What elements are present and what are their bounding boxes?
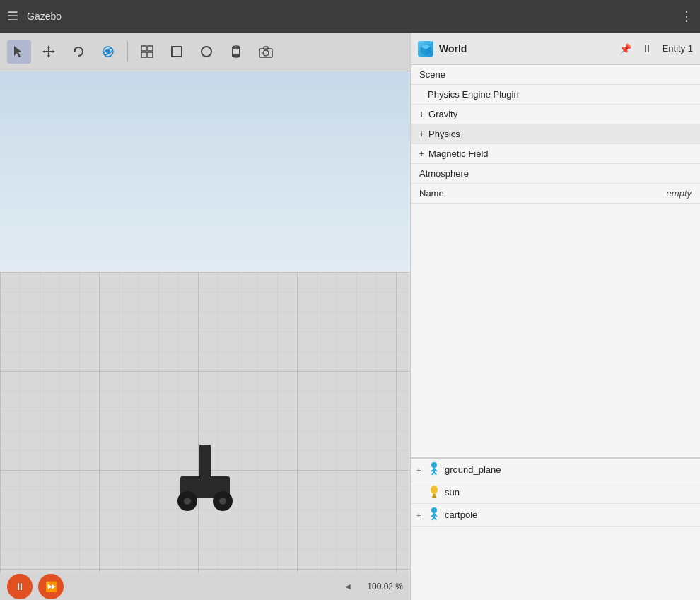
ff-icon: ⏩ — [45, 581, 57, 592]
prop-name[interactable]: Name empty — [411, 184, 700, 204]
prop-gravity[interactable]: + Gravity — [411, 105, 700, 124]
svg-marker-0 — [14, 46, 22, 57]
svg-rect-22 — [264, 47, 268, 49]
right-panel: World 📌 ⏸ Entity 1 Scene Physics Engine … — [410, 33, 700, 600]
svg-rect-13 — [141, 52, 146, 57]
svg-point-30 — [219, 498, 226, 505]
svg-point-41 — [431, 486, 438, 494]
ground-plane-icon — [428, 461, 441, 478]
tool-select[interactable] — [7, 40, 31, 64]
prop-atmosphere[interactable]: Atmosphere — [411, 164, 700, 184]
svg-rect-15 — [172, 47, 182, 57]
svg-point-21 — [263, 50, 269, 56]
prop-physics-engine[interactable]: Physics Engine Plugin — [411, 85, 700, 105]
cartpole-icon — [428, 507, 441, 524]
zoom-label: 100.02 % — [367, 582, 403, 592]
svg-marker-3 — [47, 45, 50, 48]
svg-point-35 — [431, 462, 437, 468]
world-pause-icon[interactable]: ⏸ — [641, 42, 653, 55]
tool-orbit[interactable] — [96, 40, 120, 64]
entity-ground-plane[interactable]: + ground_plane — [411, 459, 700, 481]
prop-name-value: empty — [667, 188, 692, 199]
tool-grid[interactable] — [135, 40, 159, 64]
zoom-arrow: ◄ — [344, 582, 352, 592]
svg-rect-12 — [148, 46, 153, 51]
prop-atmosphere-label: Atmosphere — [419, 168, 692, 179]
prop-name-label: Name — [419, 188, 667, 199]
prop-magnetic[interactable]: + Magnetic Field — [411, 144, 700, 164]
tool-sphere[interactable] — [194, 40, 218, 64]
entity-label: Entity 1 — [663, 43, 693, 54]
entities-panel: + ground_plane — [411, 459, 700, 600]
prop-scene-label: Scene — [419, 69, 692, 80]
entity-sun[interactable]: sun — [411, 481, 700, 504]
tool-box[interactable] — [165, 40, 189, 64]
menu-icon[interactable]: ☰ — [7, 8, 18, 24]
entity-cartpole[interactable]: + cartpole — [411, 504, 700, 527]
svg-line-40 — [434, 472, 436, 475]
main-area: ⏸ ⏩ ◄ 100.02 % — [0, 33, 700, 600]
magnetic-expand-icon[interactable]: + — [419, 149, 424, 159]
svg-rect-42 — [433, 494, 436, 496]
world-header: World 📌 ⏸ Entity 1 — [411, 33, 700, 65]
svg-rect-11 — [141, 46, 146, 51]
viewport: ⏸ ⏩ ◄ 100.02 % — [0, 33, 410, 600]
more-icon[interactable]: ⋮ — [680, 8, 693, 24]
tool-rotate[interactable] — [66, 40, 91, 64]
cartpole-expand-icon[interactable]: + — [416, 511, 424, 519]
svg-point-28 — [184, 498, 191, 505]
robot-model — [163, 441, 247, 533]
world-title: World — [439, 43, 614, 54]
svg-line-49 — [434, 517, 436, 520]
cartpole-name: cartpole — [445, 510, 477, 520]
svg-marker-6 — [52, 50, 55, 53]
prop-physics-label: Physics — [428, 129, 692, 139]
tool-move[interactable] — [37, 40, 61, 64]
sun-icon — [428, 484, 441, 501]
svg-rect-43 — [432, 496, 436, 498]
toolbar — [0, 33, 410, 71]
svg-marker-5 — [42, 50, 45, 53]
svg-rect-26 — [199, 445, 211, 480]
app-title: Gazebo — [27, 11, 672, 22]
prop-physics[interactable]: + Physics — [411, 124, 700, 144]
svg-point-44 — [431, 507, 437, 513]
bottom-bar: ⏸ ⏩ ◄ 100.02 % — [0, 573, 410, 600]
ground-plane-name: ground_plane — [445, 464, 501, 475]
svg-marker-4 — [47, 55, 50, 58]
prop-magnetic-label: Magnetic Field — [428, 148, 692, 159]
topbar: ☰ Gazebo ⋮ — [0, 0, 700, 33]
gravity-expand-icon[interactable]: + — [419, 110, 424, 119]
properties-panel: Scene Physics Engine Plugin + Gravity + … — [411, 65, 700, 457]
pause-button[interactable]: ⏸ — [7, 574, 33, 599]
pin-icon[interactable]: 📌 — [619, 43, 631, 54]
tool-cylinder[interactable] — [224, 40, 248, 64]
svg-point-10 — [106, 49, 110, 54]
physics-expand-icon[interactable]: + — [419, 129, 424, 139]
tool-camera[interactable] — [254, 40, 278, 64]
pause-icon: ⏸ — [15, 581, 25, 592]
world-cube-icon — [418, 41, 433, 57]
prop-scene[interactable]: Scene — [411, 65, 700, 85]
sun-name: sun — [445, 487, 460, 498]
ground-expand-icon[interactable]: + — [416, 466, 424, 474]
prop-gravity-label: Gravity — [428, 109, 692, 119]
canvas-area[interactable]: ⏸ ⏩ ◄ 100.02 % — [0, 71, 410, 600]
svg-point-16 — [202, 47, 211, 57]
svg-rect-14 — [148, 52, 153, 57]
prop-physics-engine-label: Physics Engine Plugin — [428, 89, 692, 100]
fast-forward-button[interactable]: ⏩ — [38, 574, 64, 599]
app-layout: ☰ Gazebo ⋮ — [0, 0, 700, 600]
